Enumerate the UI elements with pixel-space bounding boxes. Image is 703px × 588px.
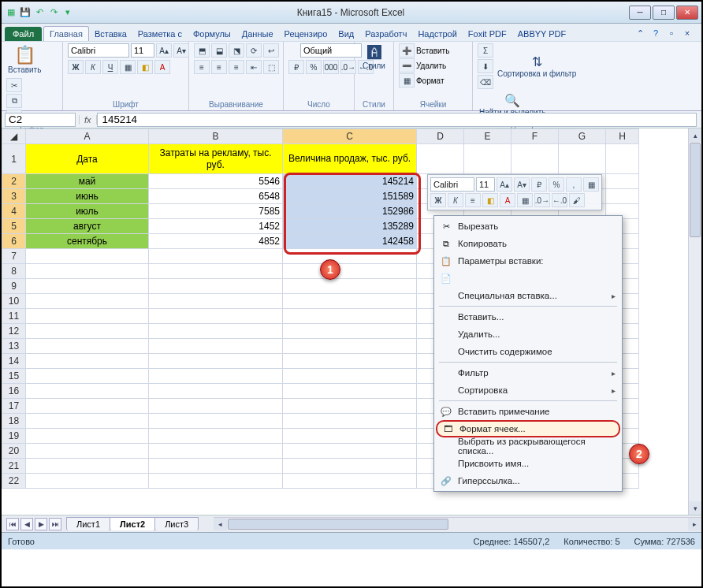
mini-font-combo[interactable]: Calibri (430, 177, 474, 192)
percent-icon[interactable]: % (306, 60, 322, 74)
cell-A3[interactable]: июнь (26, 189, 149, 204)
formula-input[interactable] (97, 113, 697, 127)
ctx-filter[interactable]: Фильтр (436, 364, 620, 381)
align-bottom-icon[interactable]: ⬔ (229, 43, 244, 58)
orientation-icon[interactable]: ⟳ (246, 43, 262, 58)
cell[interactable] (26, 309, 149, 324)
cell[interactable] (26, 429, 149, 444)
tab-review[interactable]: Рецензиро (279, 27, 333, 41)
row-10[interactable]: 10 (2, 294, 26, 309)
cell[interactable] (464, 144, 511, 174)
ctx-define-name[interactable]: Присвоить имя... (436, 455, 620, 472)
save-icon[interactable]: 💾 (19, 6, 32, 19)
cell[interactable] (149, 339, 283, 354)
col-B[interactable]: B (149, 129, 283, 144)
cell[interactable] (511, 144, 559, 174)
mini-size-combo[interactable]: 11 (476, 177, 495, 192)
ctx-pick-list[interactable]: Выбрать из раскрывающегося списка... (436, 437, 620, 455)
mini-italic-icon[interactable]: К (448, 193, 463, 207)
autosum-icon[interactable]: Σ (478, 43, 493, 58)
font-name-combo[interactable]: Calibri (68, 43, 129, 58)
vertical-scrollbar[interactable]: ▴ ▾ (688, 128, 701, 515)
sort-filter-button[interactable]: ⇅ Сортировка и фильтр (496, 53, 578, 80)
col-G[interactable]: G (559, 129, 606, 144)
cell[interactable] (149, 249, 283, 264)
cell[interactable] (283, 474, 417, 489)
row-20[interactable]: 20 (2, 444, 26, 459)
row-4[interactable]: 4 (2, 204, 26, 219)
ctx-hyperlink[interactable]: 🔗Гиперссылка... (436, 472, 620, 489)
row-18[interactable]: 18 (2, 414, 26, 429)
cell-C4[interactable]: 152986 (283, 204, 417, 219)
wrap-text-icon[interactable]: ↩ (263, 43, 279, 58)
row-19[interactable]: 19 (2, 429, 26, 444)
tab-foxit[interactable]: Foxit PDF (463, 27, 512, 41)
cell[interactable] (283, 279, 417, 294)
scroll-right-icon[interactable]: ▸ (688, 518, 701, 530)
row-15[interactable]: 15 (2, 369, 26, 384)
mini-grow-icon[interactable]: A▴ (497, 177, 512, 192)
cell[interactable] (283, 444, 417, 459)
cell[interactable] (283, 399, 417, 414)
cell[interactable] (149, 264, 283, 279)
row-1[interactable]: 1 (2, 144, 26, 174)
scroll-h-thumb[interactable] (228, 519, 448, 530)
mini-comma-icon[interactable]: , (566, 177, 582, 192)
row-16[interactable]: 16 (2, 384, 26, 399)
ctx-paste-special[interactable]: Специальная вставка... (436, 287, 620, 304)
cell-C3[interactable]: 151589 (283, 189, 417, 204)
row-11[interactable]: 11 (2, 309, 26, 324)
sheet-tab-1[interactable]: Лист1 (66, 517, 110, 530)
cell-B2[interactable]: 5546 (149, 174, 283, 189)
paste-button[interactable]: 📋 Вставить (6, 43, 43, 76)
row-21[interactable]: 21 (2, 459, 26, 474)
cell-A2[interactable]: май (26, 174, 149, 189)
window-restore-icon[interactable]: ▫ (665, 27, 678, 39)
cell-A1[interactable]: Дата (26, 144, 149, 174)
cell[interactable] (283, 369, 417, 384)
cell-B3[interactable]: 6548 (149, 189, 283, 204)
cell[interactable] (559, 144, 606, 174)
mini-dec-inc-icon[interactable]: .0→ (534, 193, 550, 207)
row-2[interactable]: 2 (2, 174, 26, 189)
indent-dec-icon[interactable]: ⇤ (246, 60, 262, 74)
cell[interactable] (26, 369, 149, 384)
copy-icon[interactable]: ⧉ (6, 94, 22, 108)
ctx-paste-opts[interactable]: 📋Параметры вставки: (436, 252, 620, 270)
underline-icon[interactable]: Ч (102, 60, 118, 74)
col-E[interactable]: E (464, 129, 511, 144)
mini-painter-icon[interactable]: 🖌 (569, 193, 585, 207)
cells-format-button[interactable]: ▦Формат (399, 73, 444, 87)
cell[interactable] (283, 294, 417, 309)
row-8[interactable]: 8 (2, 264, 26, 279)
merge-icon[interactable]: ⬚ (263, 60, 279, 74)
shrink-font-icon[interactable]: A▾ (173, 43, 189, 58)
mini-fill-icon[interactable]: ◧ (482, 193, 498, 207)
ctx-copy[interactable]: ⧉Копировать (436, 235, 620, 252)
tab-layout[interactable]: Разметка с (132, 27, 188, 41)
col-D[interactable]: D (417, 129, 464, 144)
cell[interactable] (149, 369, 283, 384)
cell-B4[interactable]: 7585 (149, 204, 283, 219)
row-14[interactable]: 14 (2, 354, 26, 369)
ctx-insert[interactable]: Вставить... (436, 308, 620, 326)
row-17[interactable]: 17 (2, 399, 26, 414)
minimize-button[interactable]: ─ (629, 6, 651, 20)
sheet-tab-2[interactable]: Лист2 (110, 517, 155, 530)
cell[interactable] (283, 249, 417, 264)
cell[interactable] (283, 414, 417, 429)
col-F[interactable]: F (511, 129, 559, 144)
row-12[interactable]: 12 (2, 324, 26, 339)
name-box[interactable] (5, 113, 76, 127)
mini-bold-icon[interactable]: Ж (430, 193, 446, 207)
mini-currency-icon[interactable]: ₽ (531, 177, 547, 192)
cell[interactable] (149, 279, 283, 294)
sheet-last-icon[interactable]: ⏭ (49, 518, 61, 530)
row-5[interactable]: 5 (2, 219, 26, 234)
ctx-format-cells[interactable]: 🗔Формат ячеек... (436, 420, 620, 437)
redo-icon[interactable]: ↷ (47, 6, 60, 19)
cell[interactable] (149, 429, 283, 444)
number-format-combo[interactable]: Общий (300, 43, 362, 58)
ctx-sort[interactable]: Сортировка (436, 381, 620, 399)
cell-A5[interactable]: август (26, 219, 149, 234)
